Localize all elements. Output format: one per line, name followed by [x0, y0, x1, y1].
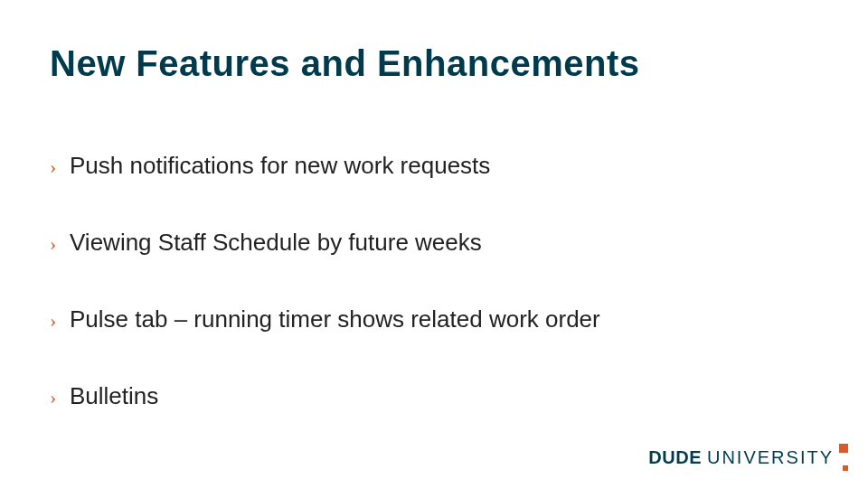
bullet-text: Pulse tab – running timer shows related …: [70, 305, 818, 333]
chevron-right-icon: ›: [50, 386, 70, 409]
list-item: › Pulse tab – running timer shows relate…: [50, 305, 818, 333]
chevron-right-icon: ›: [50, 309, 70, 333]
bullet-list: › Push notifications for new work reques…: [50, 152, 818, 459]
chevron-right-icon: ›: [50, 155, 70, 179]
logo-brand-text: DUDE: [648, 447, 702, 468]
brand-logo: DUDE UNIVERSITY: [648, 447, 848, 468]
list-item: › Push notifications for new work reques…: [50, 152, 818, 180]
bullet-text: Bulletins: [70, 382, 818, 410]
logo-sub-text: UNIVERSITY: [707, 447, 834, 468]
bullet-text: Viewing Staff Schedule by future weeks: [70, 229, 818, 257]
list-item: › Bulletins: [50, 382, 818, 410]
logo-accent-icon: [835, 449, 848, 467]
slide: New Features and Enhancements › Push not…: [0, 0, 868, 488]
chevron-right-icon: ›: [50, 232, 70, 256]
slide-title: New Features and Enhancements: [50, 43, 639, 84]
bullet-text: Push notifications for new work requests: [70, 152, 818, 180]
list-item: › Viewing Staff Schedule by future weeks: [50, 229, 818, 257]
